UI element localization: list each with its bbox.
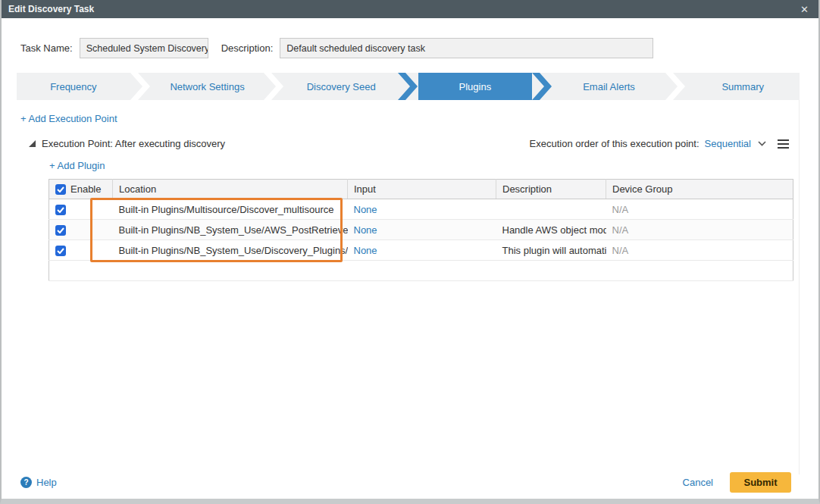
task-name-label: Task Name: xyxy=(20,42,73,54)
edit-discovery-task-dialog: Edit Discovery Task ✕ Task Name: Schedul… xyxy=(0,0,820,504)
dialog-footer: ? Help Cancel Submit xyxy=(20,472,791,493)
col-header-device-group: Device Group xyxy=(606,180,793,199)
close-icon[interactable]: ✕ xyxy=(798,4,811,15)
enable-checkbox[interactable] xyxy=(55,225,66,236)
table-filler-row xyxy=(49,261,793,281)
plugin-description: Handle AWS object mode... xyxy=(496,220,606,240)
wizard-tab-strip: Frequency Network Settings Discovery See… xyxy=(17,73,800,100)
table-row: Built-in Plugins/NB_System_Use/Discovery… xyxy=(49,240,793,261)
plugins-table: Enable Location Input Description Device… xyxy=(49,179,793,281)
tab-discovery-seed[interactable]: Discovery Seed xyxy=(284,73,398,100)
plugin-location: Built-in Plugins/Multisource/Discover_mu… xyxy=(113,199,348,220)
tab-email-alerts[interactable]: Email Alerts xyxy=(552,73,666,100)
tab-plugins[interactable]: Plugins xyxy=(418,73,532,100)
cancel-button[interactable]: Cancel xyxy=(683,477,713,488)
tab-arrow-icon xyxy=(130,73,151,100)
execution-order-label: Execution order of this execution point: xyxy=(530,138,700,149)
chevron-down-icon[interactable] xyxy=(758,141,766,146)
tab-arrow-icon xyxy=(264,73,284,100)
task-form-row: Task Name: Scheduled System Discovery De… xyxy=(20,38,818,58)
tab-arrow-icon xyxy=(398,73,418,100)
plugin-input-link[interactable]: None xyxy=(354,245,377,256)
plugin-input-link[interactable]: None xyxy=(354,224,377,236)
tab-summary[interactable]: Summary xyxy=(686,73,800,100)
help-link[interactable]: ? Help xyxy=(20,477,57,488)
plugin-description: This plugin will automatic... xyxy=(496,240,606,261)
plugins-table-wrapper: Enable Location Input Description Device… xyxy=(49,179,793,281)
submit-button[interactable]: Submit xyxy=(730,472,791,493)
col-header-enable: Enable xyxy=(70,183,101,195)
help-icon: ? xyxy=(20,477,32,488)
plugin-device-group: N/A xyxy=(606,240,793,261)
plugin-device-group: N/A xyxy=(606,199,793,220)
enable-checkbox[interactable] xyxy=(55,246,66,256)
col-header-description: Description xyxy=(496,180,606,199)
collapse-triangle-icon[interactable] xyxy=(29,140,36,147)
tab-arrow-icon xyxy=(532,73,552,100)
col-header-location: Location xyxy=(113,180,348,199)
enable-checkbox[interactable] xyxy=(55,205,66,215)
plugin-device-group: N/A xyxy=(606,220,793,240)
task-name-input[interactable]: Scheduled System Discovery xyxy=(80,38,208,58)
tab-frequency[interactable]: Frequency xyxy=(17,73,130,100)
execution-order-value[interactable]: Sequential xyxy=(705,138,751,149)
col-header-input: Input xyxy=(348,180,496,199)
add-plugin-link[interactable]: + Add Plugin xyxy=(49,160,105,171)
execution-point-title: Execution Point: After executing discove… xyxy=(42,138,225,149)
description-label: Description: xyxy=(221,42,274,54)
plugin-input-link[interactable]: None xyxy=(354,204,377,215)
dialog-title: Edit Discovery Task xyxy=(8,4,94,14)
tab-arrow-icon xyxy=(665,73,686,100)
enable-all-checkbox[interactable] xyxy=(55,184,66,195)
add-execution-point-link[interactable]: + Add Execution Point xyxy=(20,113,117,124)
table-row: Built-in Plugins/NB_System_Use/AWS_PostR… xyxy=(49,220,793,240)
menu-icon[interactable] xyxy=(778,139,789,149)
plugins-panel: + Add Execution Point Execution Point: A… xyxy=(17,100,800,474)
plugin-location: Built-in Plugins/NB_System_Use/AWS_PostR… xyxy=(113,220,348,240)
plugin-location: Built-in Plugins/NB_System_Use/Discovery… xyxy=(113,240,348,261)
tab-network-settings[interactable]: Network Settings xyxy=(151,73,264,100)
title-bar: Edit Discovery Task ✕ xyxy=(2,0,818,18)
execution-point-header: Execution Point: After executing discove… xyxy=(17,138,799,149)
help-label: Help xyxy=(36,477,57,488)
table-row: Built-in Plugins/Multisource/Discover_mu… xyxy=(49,199,793,220)
plugin-description xyxy=(496,199,606,220)
table-header-row: Enable Location Input Description Device… xyxy=(49,180,793,199)
description-input[interactable]: Default scheduled discovery task xyxy=(280,38,653,58)
